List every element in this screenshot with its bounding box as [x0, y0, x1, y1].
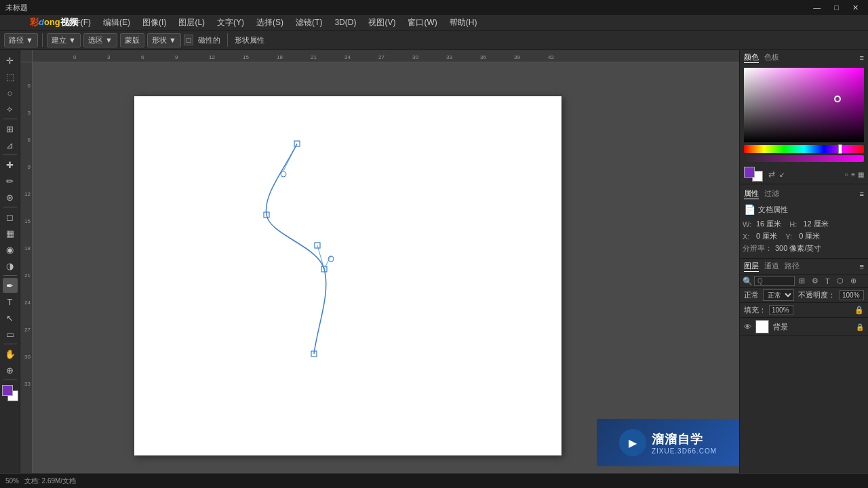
layers-tabs: 图层 通道 路径	[744, 261, 800, 272]
color-gradient-area[interactable]	[744, 68, 864, 162]
tool-brush[interactable]: ✏	[3, 174, 18, 188]
layers-tool-adjust[interactable]: ⚙	[809, 276, 821, 286]
tool-magic-wand[interactable]: ⟡	[3, 102, 18, 117]
layers-tool-vector[interactable]: ⬡	[834, 276, 846, 286]
tool-stamp[interactable]: ⊛	[3, 190, 18, 205]
fill-input[interactable]	[769, 305, 793, 315]
watermark-icon: ▶	[619, 429, 646, 456]
menu-3d[interactable]: 3D(D)	[329, 16, 361, 28]
tool-gradient[interactable]: ▦	[3, 226, 18, 241]
fg-swatch[interactable]	[744, 167, 755, 178]
layers-tool-text[interactable]: T	[823, 277, 833, 286]
gradient-icon[interactable]: ≡	[851, 171, 855, 178]
properties-panel: 属性 过滤 ≡ 📄 文档属性 W: 16 厘米 H: 12 厘米 X: 0 厘米…	[740, 184, 868, 259]
tab-filter[interactable]: 过滤	[764, 188, 779, 199]
menu-filter[interactable]: 滤镜(T)	[290, 16, 328, 30]
canvas-container[interactable]: ▶ 溜溜自学 ZIXUE.3D66.COM	[33, 62, 739, 473]
tool-hand[interactable]: ✋	[3, 346, 18, 361]
layer-lock-icon[interactable]: 🔒	[856, 323, 864, 331]
hue-bar[interactable]	[744, 145, 864, 153]
document-properties-label: 文档属性	[758, 205, 788, 215]
layers-search-input[interactable]	[754, 276, 795, 286]
tab-attributes[interactable]: 属性	[744, 188, 759, 199]
layers-blend-row: 填充： 🔒	[740, 303, 868, 318]
tool-shape[interactable]: ▭	[3, 327, 18, 342]
file-props-row: 📄 文档属性	[743, 202, 865, 217]
close-button[interactable]: ✕	[848, 2, 863, 14]
menu-help[interactable]: 帮助(H)	[444, 16, 483, 30]
maximize-button[interactable]: □	[830, 2, 843, 13]
watermark-title: 溜溜自学	[652, 431, 717, 447]
menu-layer[interactable]: 图层(L)	[173, 16, 210, 30]
alpha-bar[interactable]	[744, 155, 864, 162]
color-swatches[interactable]	[1, 384, 20, 403]
color-only-icon[interactable]: ○	[844, 171, 848, 178]
tool-blur[interactable]: ◉	[3, 242, 18, 257]
reset-colors-icon[interactable]: ↙	[779, 171, 785, 178]
toolbar-shape[interactable]: 形状 ▼	[147, 33, 181, 47]
swap-colors-icon[interactable]: ⇄	[768, 169, 775, 179]
menu-text[interactable]: 文字(Y)	[212, 16, 250, 30]
tool-eyedropper[interactable]: ⊿	[3, 138, 18, 152]
fill-label: 填充：	[744, 305, 766, 315]
tool-text[interactable]: T	[3, 294, 18, 309]
tool-path-select[interactable]: ↖	[3, 310, 18, 325]
tool-crop[interactable]: ⊞	[3, 121, 18, 136]
layers-options-icon[interactable]: ≡	[860, 262, 864, 270]
canvas-svg	[134, 96, 561, 455]
menu-window[interactable]: 窗口(W)	[402, 16, 442, 30]
status-bar: 50% 文档: 2.69M/文档	[0, 473, 868, 488]
toolbar-selection[interactable]: 选区 ▼	[83, 33, 117, 47]
logo-area: 彩dong视频	[30, 16, 78, 28]
tab-channels[interactable]: 通道	[764, 261, 779, 272]
lock-position-icon[interactable]: 🔒	[854, 306, 864, 314]
ruler-vertical: 0 3 6 9 12 15 18 21 24 27 30 33	[20, 62, 33, 473]
color-panel-tabs: 颜色 色板	[744, 52, 779, 63]
tab-layers[interactable]: 图层	[744, 261, 759, 272]
menu-image[interactable]: 图像(I)	[137, 16, 172, 30]
handle-point-1[interactable]	[281, 171, 286, 177]
tool-eraser[interactable]: ◻	[3, 209, 18, 224]
layers-tool-copy[interactable]: ⊞	[796, 276, 808, 286]
properties-options-icon[interactable]: ≡	[860, 190, 864, 198]
menu-select[interactable]: 选择(S)	[251, 16, 289, 30]
height-label: H:	[789, 220, 800, 228]
tab-paths[interactable]: 路径	[785, 261, 800, 272]
color-panel: 颜色 色板 ≡	[740, 50, 868, 184]
layers-tool-more[interactable]: ⊕	[848, 276, 859, 286]
layers-options-row: 正常 正常 不透明度：	[740, 288, 868, 303]
tab-color[interactable]: 颜色	[744, 52, 759, 63]
toolbar-path[interactable]: 路径 ▼	[4, 33, 38, 47]
properties-panel-header: 属性 过滤 ≡	[743, 187, 865, 202]
tool-dodge[interactable]: ◑	[3, 258, 18, 273]
tool-zoom[interactable]: ⊕	[3, 363, 18, 378]
opacity-label: 不透明度：	[798, 290, 835, 300]
canvas-document[interactable]	[134, 96, 561, 455]
toolbar-mask[interactable]: 蒙版	[120, 33, 144, 47]
toolbar-magnetic[interactable]: □ 磁性的	[184, 34, 224, 47]
control-line-4	[324, 256, 331, 269]
tab-swatches[interactable]: 色板	[764, 52, 779, 63]
opacity-input[interactable]	[840, 290, 864, 300]
tool-move[interactable]: ✛	[3, 53, 18, 68]
blend-mode-select[interactable]: 正常	[763, 289, 794, 301]
menu-edit[interactable]: 编辑(E)	[98, 16, 136, 30]
canvas-area: 0 3 6 9 12 15 18 21 24 27 30 33 36 39 42…	[20, 50, 739, 473]
menu-view[interactable]: 视图(V)	[363, 16, 401, 30]
fg-color-swatch[interactable]	[2, 385, 13, 396]
pattern-icon[interactable]: ▦	[858, 171, 864, 178]
minimize-button[interactable]: —	[809, 2, 825, 13]
toolbar-build[interactable]: 建立 ▼	[47, 33, 81, 47]
layer-name: 背景	[773, 322, 853, 332]
layer-visibility-icon[interactable]: 👁	[744, 323, 751, 331]
tool-lasso[interactable]: ○	[3, 85, 18, 100]
tool-heal[interactable]: ✚	[3, 157, 18, 172]
color-panel-options[interactable]: ≡	[860, 54, 864, 62]
fg-bg-swatches[interactable]	[744, 167, 763, 182]
layers-list: 👁 背景 🔒	[740, 318, 868, 473]
tool-select[interactable]: ⬚	[3, 69, 18, 84]
tool-pen[interactable]: ✒	[3, 278, 18, 293]
layer-background[interactable]: 👁 背景 🔒	[740, 318, 868, 336]
color-picker-cursor[interactable]	[834, 96, 841, 102]
menu-bar: 彩dong视频 文件(F) 编辑(E) 图像(I) 图层(L) 文字(Y) 选择…	[0, 15, 868, 30]
